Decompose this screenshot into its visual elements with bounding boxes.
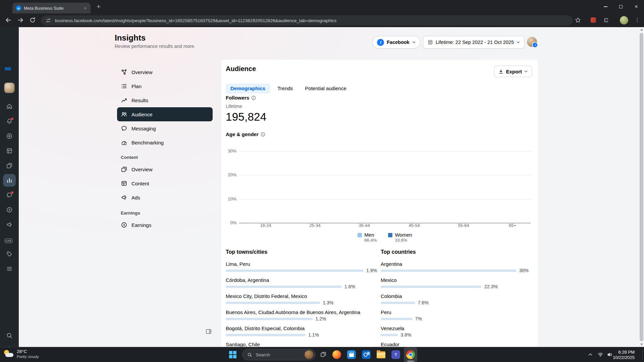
- collapse-sidebar-icon[interactable]: [205, 328, 212, 335]
- sidebar-item-overview[interactable]: Overview: [117, 65, 213, 79]
- sidebar-item-audience[interactable]: Audience: [117, 107, 213, 121]
- sidebar-item-results[interactable]: Results: [117, 93, 213, 107]
- sidebar-item-benchmarking[interactable]: Benchmarking: [117, 135, 213, 149]
- sidebar-item-content[interactable]: Content: [117, 176, 213, 190]
- sidebar-item-ads[interactable]: Ads: [117, 190, 213, 204]
- card-title: Audience: [226, 65, 256, 73]
- tab-potential-audience[interactable]: Potential audience: [300, 83, 351, 94]
- notifications-bell-icon[interactable]: [6, 118, 13, 125]
- svg-text:$: $: [8, 208, 10, 212]
- search-icon[interactable]: [6, 332, 13, 339]
- audience-icon: [121, 111, 127, 118]
- tag-icon[interactable]: [6, 251, 13, 257]
- age-gender-header: Age & gender: [226, 131, 265, 137]
- home-icon[interactable]: [6, 103, 13, 110]
- scrollbar-thumb[interactable]: [640, 33, 643, 341]
- window-close-button[interactable]: ×: [629, 0, 644, 13]
- tab-trends[interactable]: Trends: [273, 83, 298, 94]
- tab-demographics[interactable]: Demographics: [226, 83, 270, 94]
- inbox-chat-icon[interactable]: [6, 192, 13, 198]
- info-icon[interactable]: [261, 132, 265, 137]
- y-tick: 20%: [223, 172, 236, 178]
- back-button[interactable]: [5, 16, 12, 24]
- country-pct: 22.3%: [484, 284, 498, 289]
- followers-period-label: Lifetime: [226, 104, 242, 109]
- monetization-dollar-icon[interactable]: $: [6, 206, 13, 213]
- firefox-icon[interactable]: [330, 347, 343, 362]
- country-bar: [381, 269, 517, 272]
- taskbar-clock[interactable]: 6:28 PM 10/22/2025: [613, 350, 635, 360]
- sidebar-item-earnings[interactable]: $ Earnings: [117, 218, 213, 232]
- outlook-icon[interactable]: [360, 347, 373, 362]
- microsoft-store-icon[interactable]: [345, 347, 358, 362]
- url-bar[interactable]: business.facebook.com/latest/insights/pe…: [41, 15, 573, 25]
- chrome-icon[interactable]: [404, 347, 417, 362]
- inbox-badge: [11, 191, 14, 194]
- insights-chart-icon[interactable]: [3, 174, 16, 187]
- date-range-button[interactable]: Lifetime: 22 Sep 2022 - 21 Oct 2025: [423, 36, 525, 49]
- sidebar-item-plan[interactable]: Plan: [117, 79, 213, 93]
- clock-time: 6:28 PM: [613, 350, 635, 355]
- town-pct: 1.3%: [323, 300, 333, 305]
- taskbar-search[interactable]: Search: [242, 349, 315, 360]
- live-dashboard-icon[interactable]: LIVE: [5, 237, 12, 243]
- show-desktop-divider[interactable]: [642, 350, 643, 359]
- new-tab-button[interactable]: +: [95, 3, 103, 11]
- town-name: Córdoba, Argentina: [226, 277, 377, 284]
- town-item: Mexico City, Distrito Federal, Mexico 1.…: [226, 293, 377, 305]
- svg-text:f: f: [535, 44, 536, 46]
- file-explorer-icon[interactable]: [374, 347, 388, 362]
- export-button[interactable]: Export: [494, 66, 532, 77]
- sidebar-section-content: Content: [117, 154, 213, 161]
- legend-name: Men: [364, 232, 377, 238]
- browser-menu-icon[interactable]: ⋮: [635, 17, 640, 23]
- planner-table-icon[interactable]: [6, 147, 13, 154]
- reload-button[interactable]: [29, 16, 36, 24]
- town-item: Bogotá, Distrito Especial, Colombia 1.1%: [226, 325, 377, 337]
- country-pct: 3.8%: [400, 332, 411, 338]
- browser-tab[interactable]: ∞ Meta Business Suite ×: [12, 3, 91, 13]
- sidebar-item-label: Messaging: [131, 126, 156, 131]
- boost-play-icon[interactable]: [6, 133, 13, 139]
- country-item: Peru 7%: [381, 309, 532, 321]
- extensions-puzzle-icon[interactable]: [603, 17, 609, 23]
- sidebar-item-label: Earnings: [131, 222, 151, 228]
- svg-text:$: $: [123, 223, 125, 227]
- content-stack-icon[interactable]: [6, 162, 13, 169]
- weather-widget[interactable]: 28°C Partly cloudy: [3, 349, 39, 359]
- weather-icon: [3, 349, 14, 359]
- forward-button[interactable]: [17, 16, 24, 24]
- business-avatar[interactable]: [4, 83, 14, 93]
- scroll-down-arrow[interactable]: [639, 342, 644, 347]
- account-label: Facebook: [387, 40, 410, 45]
- tray-chevron-icon[interactable]: [585, 347, 596, 362]
- window-minimize-button[interactable]: [598, 0, 613, 13]
- user-avatar[interactable]: f: [527, 37, 537, 47]
- sidebar-item-content-overview[interactable]: Overview: [117, 162, 213, 176]
- meta-logo-icon[interactable]: ∞: [5, 63, 11, 73]
- weather-temp: 28°C: [17, 349, 39, 354]
- extension-icon[interactable]: [591, 17, 596, 23]
- info-icon[interactable]: [251, 96, 256, 100]
- x-axis-line: [239, 223, 531, 223]
- wifi-icon[interactable]: [596, 347, 605, 362]
- town-bar: [226, 302, 320, 304]
- window-maximize-button[interactable]: [613, 0, 629, 13]
- task-view-button[interactable]: [317, 347, 330, 362]
- more-menu-icon[interactable]: [6, 265, 13, 272]
- sidebar-item-messaging[interactable]: Messaging: [117, 121, 213, 135]
- ads-megaphone-icon[interactable]: [6, 221, 13, 228]
- site-info-icon[interactable]: [46, 18, 51, 23]
- bookmark-star-icon[interactable]: [575, 17, 581, 23]
- browser-profile-avatar[interactable]: [620, 16, 628, 24]
- content-table-icon: [121, 180, 127, 187]
- tab-close-icon[interactable]: ×: [83, 5, 87, 11]
- sidebar-item-label: Overview: [131, 69, 153, 75]
- teams-icon[interactable]: T: [389, 347, 402, 362]
- scroll-up-arrow[interactable]: [639, 27, 644, 32]
- date-range-label: Lifetime: 22 Sep 2022 - 21 Oct 2025: [436, 40, 514, 45]
- account-selector-button[interactable]: f Facebook: [372, 36, 420, 49]
- start-button[interactable]: [226, 347, 239, 362]
- town-name: Mexico City, Distrito Federal, Mexico: [226, 293, 377, 300]
- town-bar: [226, 318, 313, 320]
